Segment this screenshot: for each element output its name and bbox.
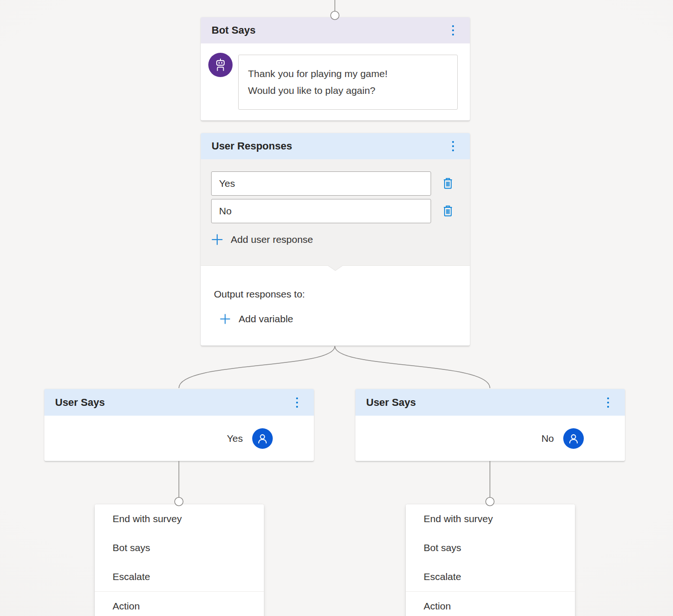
kebab-menu-icon [452, 25, 454, 35]
bot-says-node: Bot Says Thank you for playing my [201, 17, 470, 120]
plus-icon [220, 313, 231, 325]
node-menu-button[interactable] [601, 395, 616, 410]
node-title: User Says [366, 397, 416, 409]
responses-section: Add user response [201, 159, 470, 266]
user-avatar [252, 428, 273, 449]
output-section: Output responses to: Add variable [201, 266, 470, 346]
trash-icon [441, 176, 455, 191]
output-responses-label: Output responses to: [214, 287, 470, 301]
kebab-menu-icon [607, 397, 609, 408]
add-variable-label: Add variable [239, 313, 293, 325]
person-icon [567, 432, 580, 445]
user-says-body: No [355, 416, 625, 461]
menu-item-bot-says[interactable]: Bot says [95, 533, 264, 562]
kebab-menu-icon [452, 141, 454, 151]
section-notch [328, 265, 343, 270]
user-responses-node: User Responses [201, 133, 470, 346]
node-title: User Responses [212, 140, 292, 152]
add-user-response-label: Add user response [231, 234, 313, 245]
person-icon [256, 432, 269, 445]
delete-response-button[interactable] [439, 173, 457, 194]
menu-item-escalate[interactable]: Escalate [406, 562, 575, 591]
menu-item-end-with-survey[interactable]: End with survey [406, 504, 575, 533]
menu-item-escalate[interactable]: Escalate [95, 562, 264, 591]
bot-says-header: Bot Says [201, 17, 470, 43]
response-input-yes[interactable] [211, 171, 431, 196]
trash-icon [441, 204, 455, 219]
menu-item-bot-says[interactable]: Bot says [406, 533, 575, 562]
menu-item-action[interactable]: Action [95, 591, 264, 616]
user-says-body: Yes [44, 416, 314, 461]
connector-branch-right [335, 346, 490, 388]
node-title: User Says [55, 397, 105, 409]
delete-response-button[interactable] [439, 201, 457, 221]
user-avatar [563, 428, 584, 449]
add-user-response-button[interactable]: Add user response [211, 234, 313, 246]
plus-icon [211, 234, 223, 246]
robot-icon [213, 58, 227, 72]
response-row [211, 199, 470, 223]
menu-item-action[interactable]: Action [406, 591, 575, 616]
node-title: Bot Says [212, 24, 255, 36]
menu-item-end-with-survey[interactable]: End with survey [95, 504, 264, 533]
kebab-menu-icon [296, 397, 298, 408]
user-says-header: User Says [355, 389, 625, 416]
connector-branch-left [179, 346, 335, 388]
bot-avatar [208, 53, 233, 77]
add-node-menu-left: End with survey Bot says Escalate Action [95, 504, 264, 616]
node-menu-button[interactable] [446, 23, 460, 38]
user-says-header: User Says [44, 389, 314, 416]
user-says-value: No [541, 433, 554, 444]
response-input-no[interactable] [211, 199, 431, 223]
response-row [211, 171, 470, 196]
user-says-yes-node: User Says Yes [44, 389, 314, 461]
node-menu-button[interactable] [290, 395, 305, 410]
node-menu-button[interactable] [446, 139, 460, 154]
add-node-menu-right: End with survey Bot says Escalate Action [406, 504, 575, 616]
user-responses-header: User Responses [201, 133, 470, 159]
add-variable-button[interactable]: Add variable [220, 313, 293, 325]
user-says-no-node: User Says No [355, 389, 625, 461]
user-says-value: Yes [227, 433, 243, 444]
bot-message-textarea[interactable]: Thank you for playing my game! Would you… [238, 55, 458, 110]
bot-says-body: Thank you for playing my game! Would you… [201, 43, 470, 120]
